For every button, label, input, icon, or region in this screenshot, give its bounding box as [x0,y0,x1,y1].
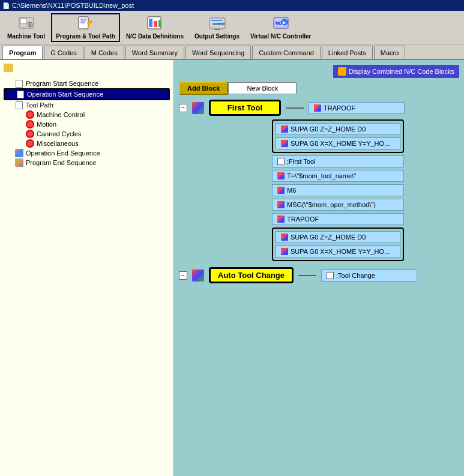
cmd-msg-row: MSG(\"$mom_oper_method\") [272,199,459,211]
tab-gcodes[interactable]: G Codes [44,46,83,59]
virtual-nc-icon: NC ▶ [273,15,289,32]
tree-item-canned-cycles[interactable]: Canned Cycles [4,129,170,139]
motion-icon [25,120,35,128]
tree-item-program-end[interactable]: Program End Sequence [4,158,170,167]
toolbar-machine-tool[interactable]: Machine Tool [2,13,50,42]
right-panel: Display Combined N/C Code Blocks Add Blo… [174,60,464,476]
cmd-m6[interactable]: M6 [272,184,404,196]
connector-1 [286,107,304,109]
tree-item-tool-path[interactable]: Tool Path [4,100,170,110]
cmd-m6-row: M6 [272,184,459,196]
cmd-trapoof2-row: TRAPOOF [272,213,459,225]
machine-tool-icon [18,15,35,32]
cmd-trapoof-1[interactable]: TRAPOOF [309,102,405,114]
first-tool-section: − First Tool TRAPOOF SUPA G0 Z=Z_HOME D0 [179,100,459,261]
program-tool-path-icon [77,15,94,32]
msg-icon [277,201,285,208]
tab-mcodes[interactable]: M Codes [85,46,124,59]
cmd-trapoof-2[interactable]: TRAPOOF [272,213,404,225]
operation-end-icon [14,149,24,157]
cmd-supa1-x[interactable]: SUPA G0 X=X_HOME Y=Y_HO... [276,137,400,149]
output-settings-icon: OUTPUT [209,15,226,32]
tree-item-machine-control[interactable]: Machine Control [4,110,170,119]
tree-item-program-start[interactable]: Program Start Sequence [4,79,170,88]
svg-point-3 [29,23,31,26]
content-area: Program Start Sequence Operation Start S… [0,60,464,476]
tab-macro[interactable]: Macro [374,46,406,59]
trapoof-2-icon [277,215,285,223]
tool-change-comment-icon [327,272,334,279]
svg-rect-16 [214,29,220,30]
program-start-icon [14,79,24,88]
tree-item-miscellaneous[interactable]: Miscellaneous [4,139,170,148]
auto-tool-change-section: − Auto Tool Change ;Tool Change [179,267,459,283]
supa1-z-icon [281,125,288,133]
cmd-supa2-x[interactable]: SUPA G0 X=X_HOME Y=Y_HO... [276,246,400,258]
nic-code-blocks-button[interactable]: Display Combined N/C Code Blocks [333,65,459,78]
cmd-tool-change-comment[interactable]: ;Tool Change [321,270,417,282]
cmd-supa1-z[interactable]: SUPA G0 Z=Z_HOME D0 [276,123,400,135]
program-tool-path-label: Program & Tool Path [56,33,115,40]
add-block-button[interactable]: Add Block [179,82,228,95]
first-tool-title: First Tool [209,100,281,116]
toolbar-program-tool-path[interactable]: Program & Tool Path [51,13,120,42]
cmd-supa2-z[interactable]: SUPA G0 Z=Z_HOME D0 [276,231,400,243]
root-folder-icon [4,64,13,72]
supa2-x-icon [281,248,288,255]
cmd-first-tool-comment[interactable]: ;First Tool [272,155,404,167]
trapoof-1-icon [314,104,321,112]
cmd-msg[interactable]: MSG(\"$mom_oper_method\") [272,199,404,211]
tool-name-icon [277,172,285,179]
tree-item-motion[interactable]: Motion [4,119,170,129]
tab-word-summary[interactable]: Word Summary [125,46,184,59]
first-tool-collapse[interactable]: − [179,104,187,112]
title-bar: 📄 C:\Siemens\NX11\POSTBUILD\new_post [0,0,464,11]
new-block-label: New Block [228,82,297,94]
m6-icon [277,187,285,194]
machine-tool-label: Machine Tool [7,33,45,40]
cmd-tool-name-row: T=\"$mom_tool_name\" [272,170,459,182]
auto-tool-change-block-icon [192,270,204,282]
canned-cycles-icon [25,130,35,138]
add-block-row: Add Block New Block [179,82,459,95]
tab-program[interactable]: Program [2,46,43,59]
supa2-z-icon [281,233,288,241]
toolbar-virtual-nc[interactable]: NC ▶ Virtual N/C Controller [246,13,316,42]
nc-data-label: N/C Data Definitions [126,33,184,40]
supa1-x-icon [281,140,288,147]
svg-text:▶: ▶ [283,21,286,25]
nic-icon [338,67,346,76]
auto-tool-change-collapse[interactable]: − [179,271,187,280]
program-end-icon [14,158,24,167]
tab-custom-command[interactable]: Custom Command [252,46,321,59]
tab-strip: Program G Codes M Codes Word Summary Wor… [0,44,464,60]
cmd-first-tool-comment-row: ;First Tool [272,155,459,167]
tool-path-icon [14,101,24,109]
svg-rect-10 [154,21,157,27]
toolbar-output-settings[interactable]: OUTPUT Output Settings [190,13,244,42]
toolbar-nc-data[interactable]: N/C Data Definitions [121,13,188,42]
tree-item-operation-end[interactable]: Operation End Sequence [4,148,170,158]
supa-group-1: SUPA G0 Z=Z_HOME D0 SUPA G0 X=X_HOME Y=Y… [272,119,404,153]
tab-word-sequencing[interactable]: Word Sequencing [185,46,251,59]
svg-text:OUTPUT: OUTPUT [212,22,225,26]
nc-data-icon [146,15,163,32]
cmd-tool-name[interactable]: T=\"$mom_tool_name\" [272,170,404,182]
first-tool-comment-icon [277,158,285,165]
output-settings-label: Output Settings [194,33,240,40]
svg-rect-11 [158,20,161,27]
svg-rect-14 [211,20,222,21]
tree-item-operation-start[interactable]: Operation Start Sequence [4,88,170,100]
title-text: C:\Siemens\NX11\POSTBUILD\new_post [12,2,134,9]
auto-tool-change-title: Auto Tool Change [209,267,294,283]
auto-tool-change-header: − Auto Tool Change ;Tool Change [179,267,459,283]
supa-group-2: SUPA G0 Z=Z_HOME D0 SUPA G0 X=X_HOME Y=Y… [272,227,404,261]
first-tool-header: − First Tool TRAPOOF [179,100,459,116]
tab-linked-posts[interactable]: Linked Posts [322,46,373,59]
connector-2 [298,275,316,276]
virtual-nc-label: Virtual N/C Controller [250,33,312,40]
miscellaneous-icon [25,139,35,148]
machine-control-icon [25,110,35,119]
first-tool-block-icon [192,102,204,114]
main-toolbar: Machine Tool Program & Tool Path N [0,11,464,44]
